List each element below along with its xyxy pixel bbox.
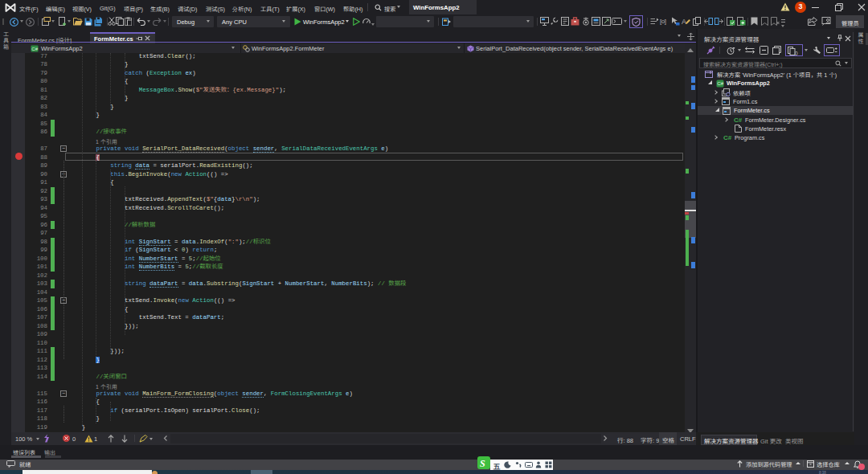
svg-text:C#: C# — [31, 46, 38, 51]
svg-text:0: 0 — [795, 50, 798, 55]
svg-text:C#: C# — [717, 80, 723, 86]
svg-text:A: A — [682, 18, 686, 26]
